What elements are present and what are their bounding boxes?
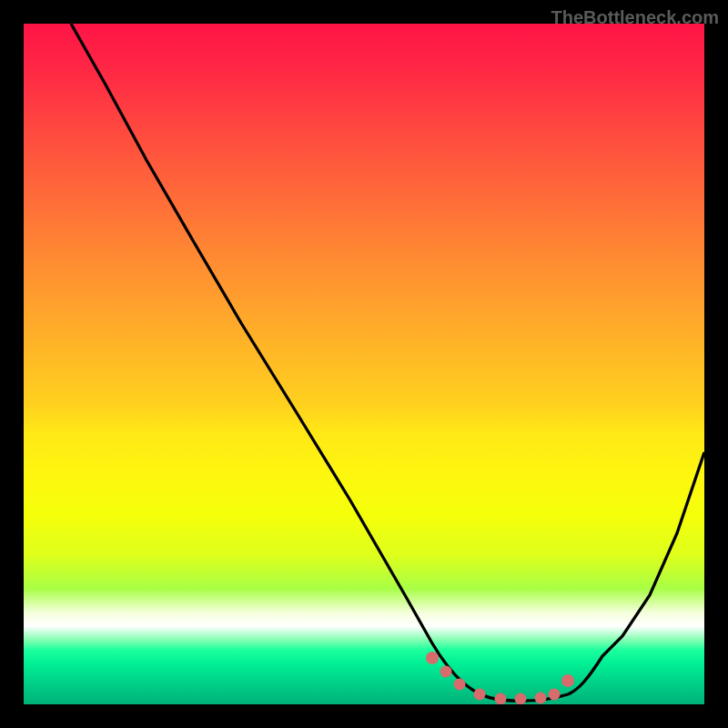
- marker-dot: [561, 674, 574, 687]
- marker-dot: [535, 693, 547, 704]
- chart-container: TheBottleneck.com: [0, 0, 728, 728]
- marker-dot: [426, 652, 439, 664]
- marker-dot: [440, 666, 452, 678]
- curve-path: [71, 24, 704, 701]
- marker-dot: [474, 689, 486, 701]
- marker-dot: [515, 693, 527, 705]
- marker-dot: [495, 693, 507, 705]
- marker-dot: [454, 679, 466, 691]
- plot-area: [24, 24, 704, 704]
- marker-dot: [549, 689, 561, 701]
- watermark-text: TheBottleneck.com: [551, 7, 719, 28]
- bottleneck-curve: [24, 24, 704, 704]
